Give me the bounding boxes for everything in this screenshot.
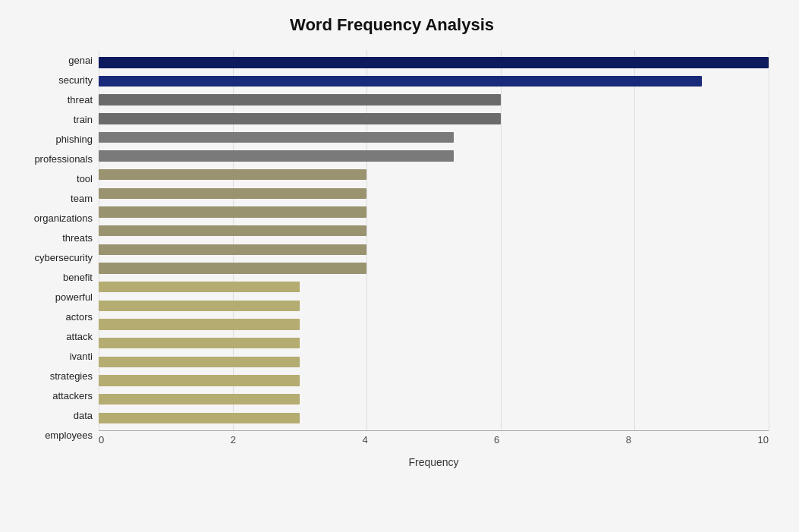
- bars-list: [99, 50, 769, 430]
- y-label: tool: [77, 174, 93, 184]
- bar-row: [99, 90, 769, 109]
- y-label: employees: [45, 430, 93, 440]
- bar: [99, 206, 366, 217]
- y-label: organizations: [34, 213, 93, 223]
- y-label: benefit: [63, 272, 93, 282]
- chart-title: Word Frequency Analysis: [15, 15, 769, 35]
- bar-row: [99, 222, 769, 241]
- bar-row: [99, 146, 769, 165]
- bar: [99, 113, 501, 124]
- y-label: powerful: [55, 292, 93, 302]
- bars-and-xaxis: 0246810 Frequency: [99, 50, 769, 468]
- bars-area: [99, 50, 769, 430]
- bar: [99, 94, 501, 105]
- y-label: actors: [66, 312, 93, 322]
- bar-row: [99, 203, 769, 222]
- bar-row: [99, 165, 769, 184]
- grid-line: [769, 50, 769, 430]
- bar-row: [99, 371, 769, 390]
- y-label: data: [74, 411, 93, 420]
- bar-row: [99, 109, 769, 128]
- y-label: threats: [62, 233, 93, 243]
- bar-row: [99, 353, 769, 372]
- x-tick: 10: [758, 434, 769, 445]
- x-axis: 0246810: [99, 430, 769, 453]
- bar: [99, 301, 300, 311]
- y-label: strategies: [50, 371, 93, 381]
- bar: [99, 132, 454, 143]
- x-ticks: 0246810: [99, 431, 769, 445]
- y-label: train: [74, 115, 93, 124]
- y-label: cybersecurity: [34, 253, 93, 263]
- bar: [99, 57, 769, 68]
- x-tick: 6: [494, 434, 499, 445]
- bar: [99, 169, 366, 180]
- y-label: genai: [68, 55, 93, 65]
- bar: [99, 357, 300, 367]
- bar-row: [99, 278, 769, 297]
- chart-area: genaisecuritythreattrainphishingprofessi…: [15, 50, 769, 468]
- bar: [99, 375, 300, 386]
- bar-row: [99, 72, 769, 91]
- bar-row: [99, 390, 769, 409]
- y-label: attackers: [52, 391, 93, 401]
- x-tick: 0: [99, 434, 104, 445]
- bar: [99, 244, 366, 255]
- bar-row: [99, 241, 769, 260]
- bar-row: [99, 315, 769, 334]
- bar: [99, 282, 300, 292]
- y-label: ivanti: [70, 351, 93, 361]
- y-axis: genaisecuritythreattrainphishingprofessi…: [15, 50, 99, 468]
- bar: [99, 413, 300, 423]
- bar: [99, 225, 366, 236]
- bar-row: [99, 259, 769, 278]
- bar: [99, 188, 366, 199]
- bar-row: [99, 128, 769, 147]
- bar: [99, 394, 300, 405]
- y-label: team: [71, 194, 93, 203]
- x-tick: 8: [626, 434, 631, 445]
- y-label: professionals: [34, 154, 93, 164]
- y-label: phishing: [56, 134, 93, 144]
- bar: [99, 319, 300, 329]
- bar: [99, 76, 702, 87]
- x-axis-label: Frequency: [99, 456, 769, 468]
- bar-row: [99, 53, 769, 72]
- bar: [99, 150, 454, 161]
- bar: [99, 263, 366, 273]
- x-tick: 4: [362, 434, 367, 445]
- y-label: threat: [68, 95, 93, 105]
- bar: [99, 338, 300, 348]
- x-tick: 2: [231, 434, 236, 445]
- y-label: security: [58, 75, 93, 85]
- bar-row: [99, 334, 769, 353]
- bar-row: [99, 184, 769, 203]
- chart-container: Word Frequency Analysis genaisecuritythr…: [0, 0, 799, 532]
- bar-row: [99, 408, 769, 427]
- y-label: attack: [66, 332, 93, 342]
- bar-row: [99, 297, 769, 316]
